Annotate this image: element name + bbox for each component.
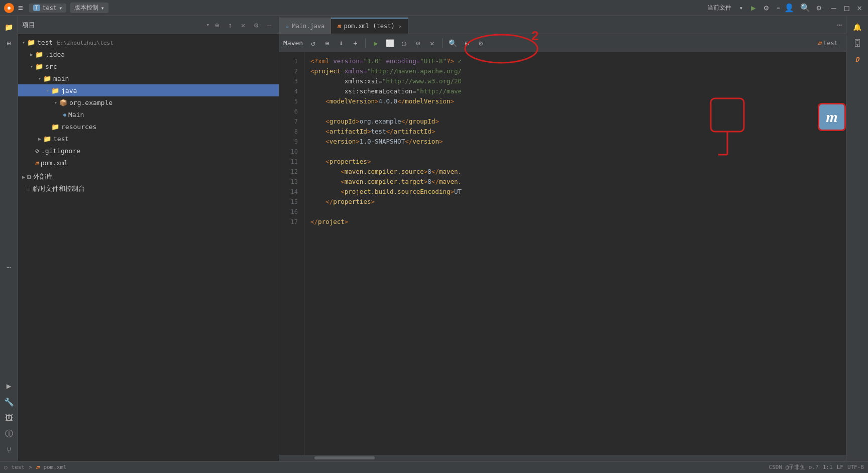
panel-title: 项目 bbox=[22, 21, 204, 30]
maven-stop-button[interactable]: ⬜ bbox=[384, 37, 396, 49]
user-icon[interactable]: 👤 bbox=[784, 3, 794, 13]
vcs-selector[interactable]: 版本控制 ▾ bbox=[70, 3, 108, 13]
tree-item-main-class[interactable]: ● Main bbox=[18, 108, 279, 121]
tab-pom-xml-close[interactable]: ✕ bbox=[399, 24, 402, 29]
more-actions-button[interactable]: ⋯ bbox=[777, 5, 780, 12]
tree-item-gitignore[interactable]: ▶ ⊘ .gitignore bbox=[18, 145, 279, 157]
bottom-git-branch-icon[interactable]: ⑂ bbox=[2, 443, 16, 457]
status-arrow: > bbox=[29, 464, 32, 470]
status-bar-left: ○ test > m pom.xml bbox=[4, 464, 67, 470]
file-tree-panel: 项目 ▾ ⊕ ↑ ✕ ⚙ — ▾ 📁 test E:\zhoulihui\tes… bbox=[18, 16, 279, 461]
tree-item-test-dir[interactable]: ▶ 📁 test bbox=[18, 133, 279, 145]
status-position[interactable]: 1:1 bbox=[823, 464, 833, 470]
more-tools-button[interactable]: ⋯ bbox=[2, 260, 16, 274]
panel-hide-button[interactable]: — bbox=[264, 20, 275, 31]
title-bar: ● ≡ T test ▾ 版本控制 ▾ 当前文件 ▾ ▶ ⚙ ⋯ 👤 🔍 ⚙ —… bbox=[0, 0, 868, 16]
tab-pom-xml-icon: m bbox=[337, 23, 341, 30]
debug-button[interactable]: ⚙ bbox=[764, 3, 769, 13]
maven-ignore-button[interactable]: ⊘ bbox=[412, 37, 424, 49]
tree-item-idea[interactable]: ▶ 📁 .idea bbox=[18, 48, 279, 60]
tree-label-idea: .idea bbox=[45, 51, 65, 58]
code-editor[interactable]: 12345 678910 1112131415 1617 <?xml versi… bbox=[279, 52, 846, 455]
structure-view-button[interactable]: ⊞ bbox=[2, 36, 16, 50]
maven-add-button[interactable]: + bbox=[349, 37, 361, 49]
current-file-label[interactable]: 当前文件 bbox=[707, 4, 731, 12]
tab-pom-xml[interactable]: m pom.xml (test) ✕ bbox=[331, 18, 408, 34]
sidebar-icons: 📁 ⊞ ⋯ ▶ 🔧 🖼 ⓘ ⑂ bbox=[0, 16, 18, 461]
main-layout: 📁 ⊞ ⋯ ▶ 🔧 🖼 ⓘ ⑂ 项目 ▾ ⊕ ↑ ✕ ⚙ — ▾ 📁 bbox=[0, 16, 868, 461]
tree-item-org-example[interactable]: ▾ 📦 org.example bbox=[18, 96, 279, 108]
tree-label-resources: resources bbox=[61, 123, 96, 131]
tree-item-main[interactable]: ▾ 📁 main bbox=[18, 72, 279, 84]
status-encoding[interactable]: UTF-8 bbox=[847, 464, 864, 470]
tree-item-pom-xml[interactable]: ▶ m pom.xml bbox=[18, 157, 279, 169]
panel-dropdown-icon[interactable]: ▾ bbox=[206, 22, 209, 28]
panel-add-button[interactable]: ⊕ bbox=[211, 20, 223, 31]
project-selector[interactable]: T test ▾ bbox=[29, 4, 67, 13]
title-bar-right: 当前文件 ▾ ▶ ⚙ ⋯ bbox=[707, 3, 781, 13]
panel-close-button[interactable]: ✕ bbox=[238, 20, 249, 31]
title-bar-actions: 👤 🔍 ⚙ bbox=[784, 3, 821, 13]
tree-label-pom-xml: pom.xml bbox=[41, 159, 68, 167]
maven-tree-test[interactable]: m test bbox=[814, 38, 842, 49]
panel-gear-button[interactable]: ⚙ bbox=[251, 20, 262, 31]
tree-label-src: src bbox=[45, 63, 57, 70]
maven-tree-icon: m bbox=[818, 40, 821, 46]
tree-item-test-root[interactable]: ▾ 📁 test E:\zhoulihui\test bbox=[18, 36, 279, 48]
panel-nav-up-button[interactable]: ↑ bbox=[225, 20, 236, 31]
right-panel-maven-button[interactable]: D bbox=[850, 52, 864, 66]
maven-reload-button[interactable]: ↺ bbox=[307, 37, 319, 49]
bottom-image-icon[interactable]: 🖼 bbox=[2, 411, 16, 425]
maven-run-button[interactable]: ▶ bbox=[370, 37, 382, 49]
search-icon[interactable]: 🔍 bbox=[800, 3, 810, 13]
status-lf[interactable]: LF bbox=[837, 464, 843, 470]
file-tree: ▾ 📁 test E:\zhoulihui\test ▶ 📁 .idea ▾ 📁… bbox=[18, 34, 279, 461]
bottom-run-icon[interactable]: ▶ bbox=[2, 379, 16, 393]
maximize-button[interactable]: □ bbox=[842, 3, 851, 13]
tree-label-main-class: Main bbox=[68, 111, 84, 119]
project-badge: T bbox=[33, 5, 41, 11]
hamburger-menu[interactable]: ≡ bbox=[18, 3, 23, 13]
app-logo: ● bbox=[4, 3, 14, 13]
tab-main-java[interactable]: ☕ Main.java bbox=[279, 18, 331, 34]
maven-download-button[interactable]: ⬇ bbox=[335, 37, 347, 49]
bottom-tool-icon[interactable]: 🔧 bbox=[2, 395, 16, 409]
right-panel-notifications-button[interactable]: 🔔 bbox=[850, 20, 864, 34]
minimize-button[interactable]: — bbox=[829, 3, 838, 13]
tree-item-java[interactable]: ▾ 📁 java bbox=[18, 84, 279, 96]
scroll-thumb[interactable] bbox=[314, 456, 375, 459]
maven-skip-tests-button[interactable]: ◯ bbox=[398, 37, 410, 49]
tree-label-java: java bbox=[61, 87, 77, 94]
maven-layout-button[interactable]: ⊞ bbox=[461, 37, 473, 49]
tab-main-java-label: Main.java bbox=[292, 23, 324, 30]
status-test-label[interactable]: test bbox=[12, 464, 25, 470]
tree-item-external-libs[interactable]: ▶ ⊞ 外部库 bbox=[18, 171, 279, 183]
status-file-label: pom.xml bbox=[43, 464, 66, 470]
maven-search-button[interactable]: 🔍 bbox=[447, 37, 459, 49]
tree-label-external-libs: 外部库 bbox=[33, 172, 53, 181]
tree-item-resources[interactable]: ▶ 📁 resources bbox=[18, 121, 279, 133]
maven-gen-button[interactable]: ⊕ bbox=[321, 37, 333, 49]
run-button[interactable]: ▶ bbox=[751, 3, 756, 13]
tree-item-temp-files[interactable]: ▶ ≡ 临时文件和控制台 bbox=[18, 183, 279, 195]
tree-label-org-example: org.example bbox=[69, 99, 113, 106]
maven-badge[interactable]: m bbox=[818, 103, 846, 131]
close-button[interactable]: ✕ bbox=[855, 3, 864, 13]
maven-cancel-button[interactable]: ✕ bbox=[426, 37, 438, 49]
status-git-icon: ○ bbox=[4, 464, 8, 470]
maven-panel-title: Maven bbox=[283, 39, 303, 47]
current-file-arrow-icon: ▾ bbox=[739, 5, 743, 12]
tab-more-button[interactable]: ⋯ bbox=[833, 20, 846, 30]
code-content[interactable]: <?xml version="1.0" encoding="UTF-8"?> ✓… bbox=[304, 52, 846, 455]
settings-icon[interactable]: ⚙ bbox=[816, 3, 821, 13]
vcs-label: 版本控制 bbox=[74, 4, 98, 12]
tree-item-src[interactable]: ▾ 📁 src bbox=[18, 60, 279, 72]
project-dropdown-icon: ▾ bbox=[59, 5, 62, 12]
bottom-info-icon[interactable]: ⓘ bbox=[2, 427, 16, 441]
project-view-button[interactable]: 📁 bbox=[2, 20, 16, 34]
right-panel-db-button[interactable]: 🗄 bbox=[850, 36, 864, 50]
tree-label-gitignore: .gitignore bbox=[41, 147, 80, 155]
horizontal-scrollbar[interactable] bbox=[279, 455, 846, 461]
tree-label-temp-files: 临时文件和控制台 bbox=[33, 184, 85, 193]
maven-settings-button[interactable]: ⚙ bbox=[475, 37, 487, 49]
